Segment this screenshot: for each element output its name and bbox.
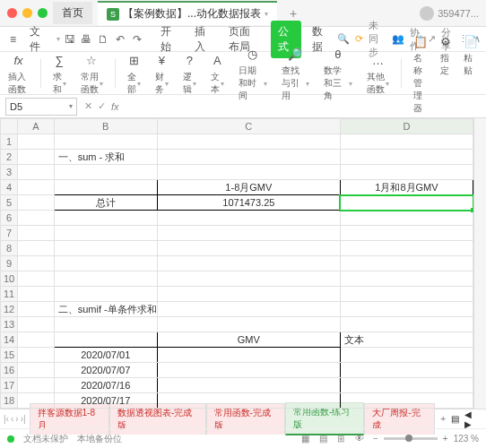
cell[interactable]: 2020/07/16: [54, 378, 157, 393]
row-header[interactable]: 11: [1, 287, 18, 302]
cell[interactable]: [157, 348, 340, 363]
chevron-down-icon[interactable]: ▾: [69, 102, 73, 110]
tab-home[interactable]: 首页: [53, 2, 92, 24]
row-header[interactable]: 7: [1, 226, 18, 241]
row-header[interactable]: 18: [1, 393, 18, 409]
row-header[interactable]: 17: [1, 378, 18, 393]
cell[interactable]: 2020/07/17: [54, 393, 157, 409]
cell[interactable]: 1-8月GMV: [157, 180, 340, 195]
row-header[interactable]: 15: [1, 348, 18, 363]
row-header[interactable]: 5: [1, 195, 18, 211]
cell[interactable]: [157, 393, 340, 409]
cell[interactable]: [157, 378, 340, 393]
row-header[interactable]: 10: [1, 271, 18, 287]
accept-icon[interactable]: ✓: [98, 100, 106, 112]
row-header[interactable]: 6: [1, 211, 18, 226]
add-sheet-button[interactable]: +: [435, 414, 451, 424]
view-reading-icon[interactable]: 👁: [355, 434, 368, 444]
cell[interactable]: 2020/08/08: [54, 409, 157, 409]
cell[interactable]: [157, 409, 340, 409]
ribbon-logic[interactable]: ? 逻辑▾: [180, 50, 199, 96]
ribbon-insert-function[interactable]: fx 插入函数: [5, 50, 31, 96]
hamburger-icon[interactable]: ≡: [5, 30, 21, 48]
row-header[interactable]: 3: [1, 165, 18, 180]
minimize-window-icon[interactable]: [22, 8, 32, 18]
zoom-level[interactable]: 123 %: [454, 434, 479, 444]
scroll-h[interactable]: ◀ ▶: [459, 409, 486, 429]
row-header[interactable]: 13: [1, 317, 18, 332]
cell[interactable]: 文本: [340, 332, 473, 348]
row-header[interactable]: 1: [1, 134, 18, 150]
zoom-slider[interactable]: [384, 437, 438, 440]
cell[interactable]: GMV: [157, 332, 340, 348]
cell[interactable]: [54, 332, 157, 348]
print-icon[interactable]: 🖶: [79, 30, 94, 48]
cell[interactable]: 1月和8月GMV: [340, 180, 473, 195]
cell-selected[interactable]: [340, 195, 473, 211]
row-header[interactable]: 12: [1, 302, 18, 317]
name-box[interactable]: D5 ▾: [5, 98, 77, 116]
sheet-nav-prev[interactable]: ‹: [11, 414, 13, 424]
status-protection[interactable]: 文档未保护: [23, 433, 68, 445]
paste-icon: 📄: [464, 31, 478, 51]
cancel-icon[interactable]: ✕: [84, 100, 92, 112]
ribbon-lookup[interactable]: 🔎 查找与引用▾: [279, 44, 313, 102]
status-backup[interactable]: 本地备份位: [77, 433, 122, 445]
collab-icon[interactable]: 👥: [392, 33, 404, 45]
sheet-nav-next[interactable]: ›: [15, 414, 18, 424]
row-header[interactable]: 9: [1, 256, 18, 271]
ribbon-math[interactable]: θ 数学和三角▾: [321, 44, 355, 102]
zoom-in-button[interactable]: +: [443, 434, 448, 444]
print-preview-icon[interactable]: 🗋: [96, 30, 111, 48]
view-split-icon[interactable]: ⊞: [337, 434, 350, 444]
ribbon-finance[interactable]: ¥ 财务▾: [152, 50, 171, 96]
ribbon-sum[interactable]: ∑ 求和▾: [50, 50, 69, 96]
zoom-out-button[interactable]: −: [373, 434, 378, 444]
sheet-nav-first[interactable]: |‹: [4, 414, 9, 424]
maximize-window-icon[interactable]: [38, 8, 48, 18]
col-header-A[interactable]: A: [18, 119, 55, 134]
redo-icon[interactable]: ↷: [130, 30, 145, 48]
select-all-corner[interactable]: [1, 119, 18, 134]
chevron-down-icon[interactable]: ▾: [265, 10, 268, 18]
cell[interactable]: 二、sumif -单条件求和: [54, 302, 157, 317]
cell[interactable]: [54, 180, 157, 195]
name-mgr-icon: 📋: [413, 31, 428, 51]
ribbon-other[interactable]: … 其他函数▾: [364, 50, 393, 96]
sync-icon[interactable]: ⟳: [355, 33, 363, 45]
col-header-C[interactable]: C: [157, 119, 340, 134]
close-window-icon[interactable]: [7, 8, 17, 18]
cell[interactable]: 2020/07/01: [54, 348, 157, 363]
formula-input[interactable]: [123, 98, 486, 116]
row-header[interactable]: 16: [1, 363, 18, 378]
view-normal-icon[interactable]: ▦: [301, 434, 314, 444]
ribbon-datetime[interactable]: ◷ 日期和时间▾: [236, 44, 270, 102]
row-header[interactable]: 2: [1, 150, 18, 165]
col-header-B[interactable]: B: [54, 119, 157, 134]
cell[interactable]: [157, 363, 340, 378]
cell[interactable]: 总计: [54, 195, 157, 211]
col-header-D[interactable]: D: [340, 119, 473, 134]
row-header[interactable]: 14: [1, 332, 18, 348]
cell[interactable]: 1071473.25: [157, 195, 340, 211]
spreadsheet-grid[interactable]: A B C D 1 2一、sum - 求和 3 41-8月GMV1月和8月GMV…: [0, 118, 473, 409]
sheet-tab-bar: |‹ ‹ › ›| 拌客源数据1-8月 数据透视图表-完成版 常用函数-完成版 …: [0, 409, 486, 428]
row-header[interactable]: 19: [1, 409, 18, 409]
sheet-nav-last[interactable]: ›|: [21, 414, 26, 424]
undo-icon[interactable]: ↶: [113, 30, 128, 48]
save-icon[interactable]: 🖫: [62, 30, 77, 48]
ribbon-common[interactable]: ☆ 常用函数▾: [78, 50, 107, 96]
vertical-scrollbar[interactable]: [473, 118, 486, 409]
row-header[interactable]: 4: [1, 180, 18, 195]
sigma-icon: ∑: [55, 50, 63, 70]
fx-button[interactable]: fx: [111, 101, 119, 112]
chevron-down-icon[interactable]: ▾: [56, 35, 60, 43]
row-header[interactable]: 8: [1, 241, 18, 256]
new-tab-button[interactable]: +: [282, 6, 304, 21]
sheet-list-icon[interactable]: ▤: [451, 414, 459, 424]
ribbon-all[interactable]: ⊞ 全部▾: [125, 50, 143, 96]
view-page-icon[interactable]: ▤: [319, 434, 332, 444]
ribbon-text[interactable]: A 文本▾: [208, 50, 227, 96]
cell[interactable]: 2020/07/07: [54, 363, 157, 378]
cell[interactable]: 一、sum - 求和: [54, 150, 157, 165]
